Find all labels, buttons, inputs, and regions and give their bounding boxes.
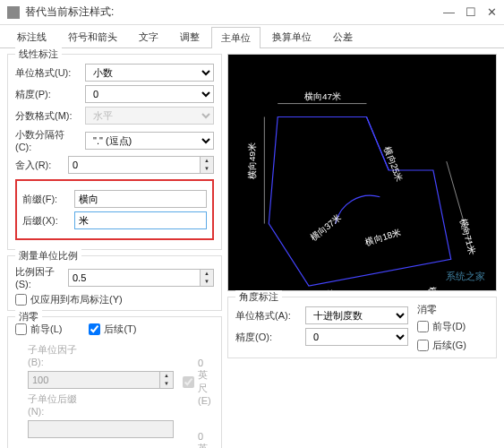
feet-checkbox (183, 376, 194, 388)
dim-text: 横向18米 (364, 227, 402, 247)
subfactor-label: 子单位因子(B): (28, 343, 85, 367)
minimize-button[interactable]: — (443, 5, 455, 19)
feet-label: 0 英尺(E) (198, 358, 214, 406)
dim-text: 横向46° (427, 286, 445, 290)
angle-leading-label: 前导(D) (432, 320, 466, 333)
scale-label: 比例因子(S): (15, 265, 63, 289)
window-title: 替代当前标注样式: (25, 4, 443, 20)
measure-group: 测量单位比例 比例因子(S): ▲▼ 仅应用到布局标注(Y) (7, 255, 222, 311)
roundoff-label: 舍入(R): (15, 159, 63, 172)
apply-layout-label: 仅应用到布局标注(Y) (30, 293, 123, 306)
app-icon (7, 6, 20, 19)
decimal-sep-label: 小数分隔符(C): (15, 128, 80, 152)
linear-title: 线性标注 (15, 47, 62, 61)
suffix-label: 后缀(X): (22, 214, 69, 228)
trailing-label: 后续(T) (104, 323, 136, 336)
angle-unit-label: 单位格式(A): (235, 309, 300, 323)
angle-trailing-checkbox[interactable] (417, 340, 429, 351)
scale-down[interactable]: ▼ (201, 278, 213, 286)
roundoff-input[interactable] (68, 156, 201, 174)
prefix-input[interactable] (74, 190, 207, 208)
angle-zero-title: 消零 (417, 303, 489, 316)
leading-label: 前导(L) (30, 323, 62, 336)
dim-text: 横向37米 (308, 212, 343, 243)
dim-text: 横向119° (325, 289, 342, 290)
leading-checkbox[interactable] (15, 323, 27, 335)
angle-unit-select[interactable]: 十进制度数 (305, 306, 408, 324)
tab-fit[interactable]: 调整 (170, 26, 209, 47)
subsuffix-label: 子单位后缀(N): (28, 392, 85, 417)
decimal-sep-select[interactable]: "." (逗点) (85, 132, 214, 150)
scale-up[interactable]: ▲ (201, 270, 213, 278)
tab-tolerances[interactable]: 公差 (323, 26, 363, 47)
preview-pane: 横向47米 横向49米 横向25米 横向37米 横向18米 横向71米 横向10… (227, 54, 497, 291)
precision-label: 精度(P): (15, 88, 80, 101)
angle-group: 角度标注 单位格式(A): 十进制度数 精度(O): 0 消零 前导(D) 后续… (227, 297, 497, 358)
angle-trailing-label: 后续(G) (432, 339, 466, 352)
fraction-format-label: 分数格式(M): (15, 109, 80, 123)
tab-bar: 标注线 符号和箭头 文字 调整 主单位 换算单位 公差 (0, 25, 504, 48)
close-button[interactable]: ✕ (487, 5, 497, 19)
apply-layout-checkbox[interactable] (15, 294, 27, 306)
roundoff-up[interactable]: ▲ (201, 157, 213, 165)
zero-title: 消零 (15, 310, 42, 323)
maximize-button[interactable]: ☐ (466, 5, 476, 19)
angle-precision-label: 精度(O): (235, 331, 300, 344)
dim-text: 横向47米 (304, 91, 341, 101)
dim-text: 横向71米 (458, 217, 477, 254)
tab-primary-units[interactable]: 主单位 (211, 27, 261, 48)
measure-title: 测量单位比例 (15, 249, 81, 263)
svg-marker-0 (269, 116, 450, 286)
inch-label: 0 英寸(I) (198, 431, 214, 448)
angle-title: 角度标注 (235, 290, 282, 304)
tab-dimlines[interactable]: 标注线 (7, 26, 56, 47)
tab-symbols[interactable]: 符号和箭头 (58, 26, 127, 47)
precision-select[interactable]: 0 (85, 85, 214, 103)
roundoff-down[interactable]: ▼ (201, 165, 213, 173)
subfactor-down: ▼ (160, 380, 173, 388)
angle-precision-select[interactable]: 0 (305, 328, 408, 346)
trailing-checkbox[interactable] (89, 323, 100, 335)
subfactor-up: ▲ (160, 372, 173, 380)
linear-group: 线性标注 单位格式(U): 小数 精度(P): 0 分数格式(M): 水平 小数… (7, 54, 222, 250)
subfactor-input (28, 371, 160, 389)
prefix-label: 前缀(F): (22, 193, 69, 206)
fraction-format-select: 水平 (85, 107, 214, 125)
unit-format-label: 单位格式(U): (15, 66, 80, 80)
unit-format-select[interactable]: 小数 (85, 64, 214, 82)
suffix-input[interactable] (74, 211, 207, 229)
angle-leading-checkbox[interactable] (417, 321, 429, 332)
subsuffix-input (28, 420, 174, 438)
tab-alt-units[interactable]: 换算单位 (262, 26, 321, 47)
scale-input[interactable] (68, 269, 201, 287)
tab-text[interactable]: 文字 (129, 26, 168, 47)
zero-group: 消零 前导(L) 后续(T) 子单位因子(B): ▲▼ 子单位后缀(N): (7, 316, 222, 448)
dim-text: 横向49米 (247, 142, 257, 179)
prefix-suffix-highlight: 前缀(F): 后缀(X): (15, 179, 214, 240)
